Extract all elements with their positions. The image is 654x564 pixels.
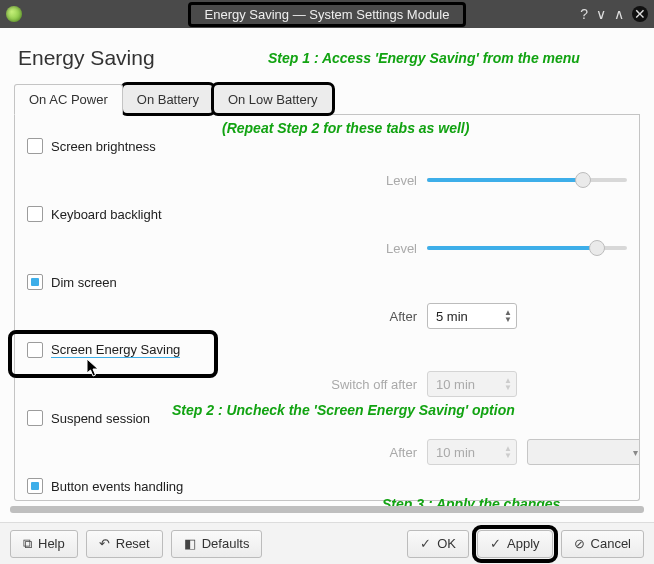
label-dim-screen: Dim screen bbox=[51, 275, 117, 290]
window-controls: ? ∨ ∧ ✕ bbox=[580, 0, 648, 28]
suspend-after-value: 10 min bbox=[436, 445, 475, 460]
tab-bar: On AC Power On Battery On Low Battery bbox=[14, 84, 640, 115]
help-icon[interactable]: ? bbox=[580, 6, 588, 22]
maximize-icon[interactable]: ∧ bbox=[614, 6, 624, 22]
chevron-down-icon: ▾ bbox=[633, 447, 638, 458]
label-suspend-session: Suspend session bbox=[51, 411, 150, 426]
check-icon: ✓ bbox=[490, 537, 501, 550]
btn-label: Help bbox=[38, 536, 65, 551]
titlebar: Energy Saving — System Settings Module ?… bbox=[0, 0, 654, 28]
close-icon[interactable]: ✕ bbox=[632, 6, 648, 22]
label-screen-energy-saving: Screen Energy Saving bbox=[51, 342, 180, 358]
checkbox-keyboard-backlight[interactable] bbox=[27, 206, 43, 222]
ok-button[interactable]: ✓OK bbox=[407, 530, 469, 558]
spin-arrows-icon[interactable]: ▲▼ bbox=[500, 309, 512, 323]
minimize-icon[interactable]: ∨ bbox=[596, 6, 606, 22]
annotation-step2: Step 2 : Uncheck the 'Screen Energy Savi… bbox=[172, 402, 515, 418]
suspend-after-spin: 10 min ▲▼ bbox=[427, 439, 517, 465]
btn-label: OK bbox=[437, 536, 456, 551]
cancel-button[interactable]: ⊘Cancel bbox=[561, 530, 644, 558]
dim-after-label: After bbox=[327, 309, 417, 324]
spin-arrows-icon: ▲▼ bbox=[500, 377, 512, 391]
switch-off-value: 10 min bbox=[436, 377, 475, 392]
suspend-action-combo[interactable]: ▾ bbox=[527, 439, 640, 465]
apply-button[interactable]: ✓Apply bbox=[477, 530, 553, 558]
defaults-button[interactable]: ◧Defaults bbox=[171, 530, 263, 558]
backlight-slider[interactable] bbox=[427, 241, 627, 255]
footer-button-bar: ⧉Help ↶Reset ◧Defaults ✓OK ✓Apply ⊘Cance… bbox=[0, 522, 654, 564]
label-keyboard-backlight: Keyboard backlight bbox=[51, 207, 162, 222]
label-screen-brightness: Screen brightness bbox=[51, 139, 156, 154]
switch-off-spin: 10 min ▲▼ bbox=[427, 371, 517, 397]
checkbox-dim-screen[interactable] bbox=[27, 274, 43, 290]
reset-button[interactable]: ↶Reset bbox=[86, 530, 163, 558]
checkbox-screen-energy-saving[interactable] bbox=[27, 342, 43, 358]
tab-label: On Battery bbox=[137, 92, 199, 107]
tab-label: On Low Battery bbox=[228, 92, 318, 107]
horizontal-scrollbar[interactable] bbox=[10, 506, 644, 513]
settings-panel: (Repeat Step 2 for these tabs as well) S… bbox=[14, 115, 640, 501]
backlight-level-label: Level bbox=[327, 241, 417, 256]
label-button-events: Button events handling bbox=[51, 479, 183, 494]
tab-on-low-battery[interactable]: On Low Battery bbox=[213, 84, 333, 114]
defaults-icon: ◧ bbox=[184, 537, 196, 550]
annotation-repeat: (Repeat Step 2 for these tabs as well) bbox=[222, 120, 469, 136]
tab-label: On AC Power bbox=[29, 92, 108, 107]
brightness-slider[interactable] bbox=[427, 173, 627, 187]
dim-after-value: 5 min bbox=[436, 309, 468, 324]
btn-label: Defaults bbox=[202, 536, 250, 551]
checkbox-suspend-session[interactable] bbox=[27, 410, 43, 426]
suspend-after-label: After bbox=[327, 445, 417, 460]
window-title: Energy Saving — System Settings Module bbox=[188, 2, 467, 27]
help-button[interactable]: ⧉Help bbox=[10, 530, 78, 558]
help-icon: ⧉ bbox=[23, 537, 32, 550]
app-icon bbox=[6, 6, 22, 22]
annotation-step1: Step 1 : Access 'Energy Saving' from the… bbox=[268, 50, 580, 66]
brightness-level-label: Level bbox=[327, 173, 417, 188]
spin-arrows-icon: ▲▼ bbox=[500, 445, 512, 459]
switch-off-label: Switch off after bbox=[327, 377, 417, 392]
undo-icon: ↶ bbox=[99, 537, 110, 550]
cancel-icon: ⊘ bbox=[574, 537, 585, 550]
btn-label: Cancel bbox=[591, 536, 631, 551]
checkbox-button-events[interactable] bbox=[27, 478, 43, 494]
check-icon: ✓ bbox=[420, 537, 431, 550]
dim-after-spin[interactable]: 5 min ▲▼ bbox=[427, 303, 517, 329]
btn-label: Apply bbox=[507, 536, 540, 551]
tab-ac-power[interactable]: On AC Power bbox=[14, 84, 123, 115]
btn-label: Reset bbox=[116, 536, 150, 551]
tab-on-battery[interactable]: On Battery bbox=[122, 84, 214, 114]
checkbox-screen-brightness[interactable] bbox=[27, 138, 43, 154]
